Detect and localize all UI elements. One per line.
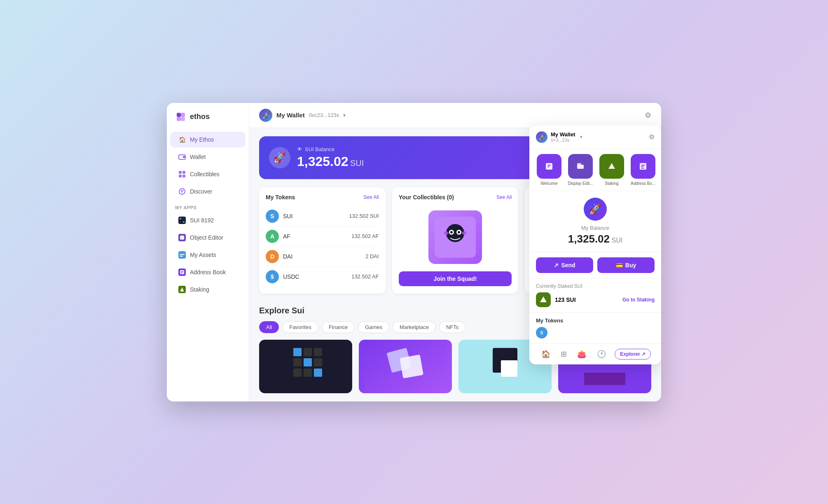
popup-icon-display-edit[interactable]: Display Edit... [566, 154, 595, 186]
svg-rect-1 [181, 113, 185, 117]
svg-rect-2 [177, 117, 181, 121]
popup-buy-button[interactable]: 💳 Buy [597, 257, 655, 273]
balance-amount-row: 1,325.02 SUI [297, 154, 364, 169]
svg-rect-47 [400, 355, 423, 378]
sidebar-item-sui8192[interactable]: SUI 8192 [170, 212, 246, 228]
svg-point-33 [444, 231, 449, 235]
token-left-usdc: $ USDC [266, 270, 299, 283]
popup-wallet-address: 0×3...23s [551, 138, 575, 142]
wallet-avatar: 🚀 [259, 109, 272, 122]
popup-wallet-info: 🚀 My Wallet 0×3...23s ▾ [536, 131, 582, 143]
popup-nav-history-icon[interactable]: 🕐 [595, 348, 608, 360]
popup-balance-amount: 1,325.02 [568, 233, 610, 245]
sidebar-label-my-ethos: My Ethos [190, 136, 214, 143]
filter-tab-all[interactable]: All [259, 321, 279, 333]
sidebar-item-collectibles[interactable]: Collectibles [170, 166, 246, 182]
popup-balance-rocket: 🚀 [584, 198, 607, 221]
join-squad-button[interactable]: Join the Squad! [399, 271, 512, 286]
token-left-sui: S SUI [266, 210, 292, 223]
tokens-see-all[interactable]: See All [363, 194, 379, 200]
popup-icon-staking[interactable]: Staking [597, 154, 627, 186]
app-card-1[interactable] [259, 340, 352, 393]
popup-overlay: 🚀 My Wallet 0×3...23s ▾ ⚙ [529, 126, 661, 364]
balance-label: 👁 SUI Balance [297, 146, 364, 152]
svg-rect-38 [314, 348, 322, 356]
popup-icon-welcome[interactable]: Welcome [534, 154, 564, 186]
svg-rect-12 [180, 218, 181, 219]
sui8192-icon [178, 217, 186, 224]
svg-rect-24 [181, 273, 182, 273]
welcome-icon-box [537, 154, 561, 179]
svg-rect-44 [314, 369, 322, 377]
sidebar-item-my-ethos[interactable]: 🏠 My Ethos [170, 132, 246, 147]
popup-explorer-button[interactable]: Explorer ↗ [615, 349, 651, 359]
topbar-wallet-name: My Wallet [276, 112, 305, 119]
svg-rect-43 [304, 369, 312, 377]
tokens-title: My Tokens [266, 194, 295, 201]
svg-rect-8 [179, 175, 182, 177]
ethos-logo-icon [175, 111, 187, 123]
app-name: ethos [190, 112, 210, 121]
popup-nav-wallet-icon[interactable]: 👛 [575, 348, 588, 360]
popup-my-tokens: My Tokens S [529, 313, 661, 343]
sidebar-item-address-book[interactable]: Address Book [170, 264, 246, 280]
sidebar-label-discover: Discover [190, 188, 212, 195]
popup-staked-title: Currently Staked SUI [536, 283, 655, 289]
go-staking-link[interactable]: Go to Staking [622, 297, 655, 303]
svg-rect-52 [584, 373, 625, 385]
topbar-wallet-address: 0xc23...123s [309, 112, 339, 118]
sidebar-label-collectibles: Collectibles [190, 171, 220, 177]
svg-rect-42 [293, 369, 302, 377]
svg-point-31 [450, 231, 453, 233]
sidebar-item-wallet[interactable]: Wallet [170, 149, 246, 165]
popup-balance-section: 🚀 My Balance 1,325.02 SUI [529, 191, 661, 252]
popup-icon-address-book[interactable]: Address Bo... [628, 154, 658, 186]
collectibles-header: Your Collectibles (0) See All [399, 194, 512, 201]
svg-rect-59 [577, 163, 581, 166]
popup-staked-left: 123 SUI [536, 292, 576, 307]
popup-nav-grid-icon[interactable]: ⊞ [559, 348, 568, 360]
collectibles-see-all[interactable]: See All [496, 194, 512, 200]
tokens-card-header: My Tokens See All [266, 194, 379, 201]
svg-rect-64 [641, 165, 645, 166]
tokens-card: My Tokens See All S SUI 132.502 SUI A AF… [259, 187, 386, 294]
popup-action-buttons: ↗ Send 💳 Buy [529, 252, 661, 278]
filter-tab-nfts[interactable]: NFTs [439, 321, 465, 333]
popup-icon-label-address-book: Address Bo... [631, 181, 655, 186]
app-card-2[interactable] [359, 340, 452, 393]
popup-send-button[interactable]: ↗ Send [536, 257, 593, 273]
popup-buy-icon: 💳 [616, 262, 623, 268]
svg-rect-14 [180, 221, 181, 223]
wallet-selector[interactable]: 🚀 My Wallet 0xc23...123s ▾ [259, 109, 346, 122]
wallet-icon [178, 153, 186, 161]
address-book-icon [178, 268, 186, 276]
sidebar: ethos 🏠 My Ethos Wallet [167, 103, 249, 401]
logo-area: ethos [167, 111, 249, 131]
popup-staked-item: 123 SUI Go to Staking [536, 292, 655, 307]
settings-icon[interactable]: ⚙ [645, 111, 651, 120]
filter-tab-favorites[interactable]: Favorites [282, 321, 318, 333]
svg-rect-20 [180, 256, 183, 257]
collectibles-card: Your Collectibles (0) See All [392, 187, 519, 294]
svg-rect-3 [181, 117, 185, 121]
token-item-sui: S SUI 132.502 SUI [266, 206, 379, 226]
object-editor-icon [178, 234, 186, 241]
wallet-dropdown-chevron[interactable]: ▾ [343, 112, 346, 118]
sidebar-label-staking: Staking [190, 286, 209, 293]
token-amount-dai: 2 DAI [365, 253, 379, 259]
popup-icon-label-staking: Staking [605, 181, 618, 186]
sidebar-item-object-editor[interactable]: Object Editor [170, 230, 246, 245]
popup-nav-home-icon[interactable]: 🏠 [540, 348, 552, 360]
svg-rect-22 [180, 270, 184, 274]
sidebar-item-my-assets[interactable]: My Assets [170, 247, 246, 263]
filter-tab-marketplace[interactable]: Marketplace [393, 321, 436, 333]
popup-wallet-chevron[interactable]: ▾ [580, 134, 582, 140]
token-item-usdc: $ USDC 132.502 AF [266, 267, 379, 287]
popup-settings-icon[interactable]: ⚙ [649, 133, 655, 141]
svg-rect-65 [641, 166, 644, 167]
filter-tab-games[interactable]: Games [358, 321, 389, 333]
usdc-token-icon: $ [266, 270, 279, 283]
sidebar-item-discover[interactable]: Discover [170, 184, 246, 199]
filter-tab-finance[interactable]: Finance [322, 321, 355, 333]
sidebar-item-staking[interactable]: Staking [170, 282, 246, 297]
